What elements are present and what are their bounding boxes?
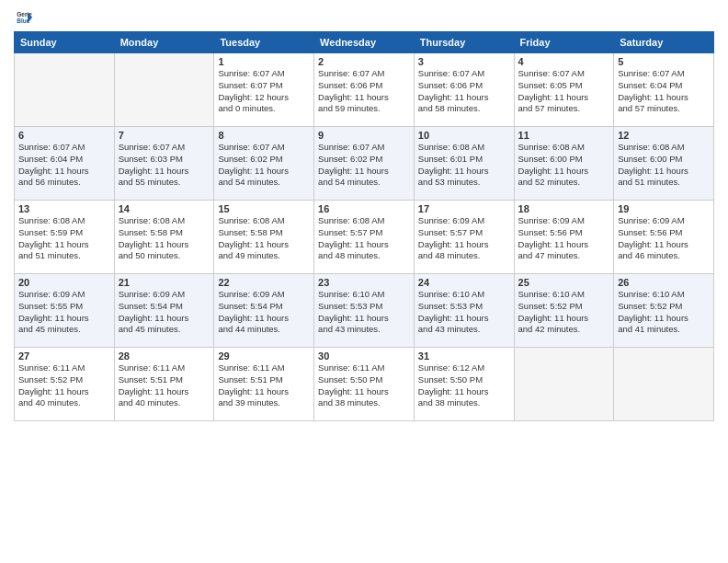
day-info: Sunrise: 6:09 AMSunset: 5:55 PMDaylight:… — [18, 289, 110, 336]
day-cell: 10Sunrise: 6:08 AMSunset: 6:01 PMDayligh… — [414, 127, 514, 201]
day-number: 24 — [418, 277, 510, 288]
day-cell: 20Sunrise: 6:09 AMSunset: 5:55 PMDayligh… — [15, 274, 115, 348]
day-number: 22 — [218, 277, 310, 288]
day-number: 30 — [318, 350, 410, 362]
day-cell: 5Sunrise: 6:07 AMSunset: 6:04 PMDaylight… — [614, 53, 714, 127]
week-row-4: 20Sunrise: 6:09 AMSunset: 5:55 PMDayligh… — [15, 274, 714, 348]
day-info: Sunrise: 6:08 AMSunset: 6:01 PMDaylight:… — [418, 142, 510, 189]
day-number: 2 — [318, 56, 410, 67]
day-number: 6 — [18, 130, 110, 141]
day-info: Sunrise: 6:12 AMSunset: 5:50 PMDaylight:… — [418, 362, 510, 409]
day-info: Sunrise: 6:08 AMSunset: 6:00 PMDaylight:… — [618, 142, 710, 189]
col-header-sunday: Sunday — [15, 32, 115, 53]
day-info: Sunrise: 6:07 AMSunset: 6:06 PMDaylight:… — [318, 68, 410, 115]
day-number: 21 — [119, 277, 210, 288]
day-info: Sunrise: 6:11 AMSunset: 5:51 PMDaylight:… — [119, 362, 210, 409]
day-cell: 12Sunrise: 6:08 AMSunset: 6:00 PMDayligh… — [614, 127, 714, 201]
day-info: Sunrise: 6:11 AMSunset: 5:51 PMDaylight:… — [218, 362, 310, 409]
header-row: SundayMondayTuesdayWednesdayThursdayFrid… — [15, 32, 714, 53]
col-header-saturday: Saturday — [614, 32, 714, 53]
day-cell: 27Sunrise: 6:11 AMSunset: 5:52 PMDayligh… — [15, 348, 115, 421]
day-cell: 9Sunrise: 6:07 AMSunset: 6:02 PMDaylight… — [314, 127, 415, 201]
col-header-friday: Friday — [514, 32, 614, 53]
day-info: Sunrise: 6:08 AMSunset: 6:00 PMDaylight:… — [518, 142, 610, 189]
day-info: Sunrise: 6:09 AMSunset: 5:57 PMDaylight:… — [418, 215, 510, 262]
day-number: 29 — [218, 350, 310, 362]
day-info: Sunrise: 6:07 AMSunset: 6:05 PMDaylight:… — [518, 68, 610, 115]
day-cell: 25Sunrise: 6:10 AMSunset: 5:52 PMDayligh… — [514, 274, 614, 348]
day-cell: 23Sunrise: 6:10 AMSunset: 5:53 PMDayligh… — [314, 274, 415, 348]
day-number: 19 — [618, 203, 710, 214]
day-number: 20 — [18, 277, 110, 288]
day-number: 15 — [218, 203, 310, 214]
day-cell: 1Sunrise: 6:07 AMSunset: 6:07 PMDaylight… — [214, 53, 314, 127]
day-cell: 28Sunrise: 6:11 AMSunset: 5:51 PMDayligh… — [114, 348, 214, 421]
day-cell: 22Sunrise: 6:09 AMSunset: 5:54 PMDayligh… — [214, 274, 314, 348]
day-info: Sunrise: 6:09 AMSunset: 5:56 PMDaylight:… — [618, 215, 710, 262]
day-number: 16 — [318, 203, 410, 214]
day-info: Sunrise: 6:08 AMSunset: 5:59 PMDaylight:… — [18, 215, 110, 262]
day-number: 8 — [218, 130, 310, 141]
week-row-3: 13Sunrise: 6:08 AMSunset: 5:59 PMDayligh… — [15, 201, 714, 274]
day-cell: 4Sunrise: 6:07 AMSunset: 6:05 PMDaylight… — [514, 53, 614, 127]
day-info: Sunrise: 6:10 AMSunset: 5:52 PMDaylight:… — [618, 289, 710, 336]
day-cell: 19Sunrise: 6:09 AMSunset: 5:56 PMDayligh… — [614, 201, 714, 274]
day-info: Sunrise: 6:07 AMSunset: 6:04 PMDaylight:… — [618, 68, 710, 115]
day-info: Sunrise: 6:10 AMSunset: 5:52 PMDaylight:… — [518, 289, 610, 336]
day-cell — [114, 53, 214, 127]
day-number: 13 — [18, 203, 110, 214]
logo-icon: General Blue — [16, 9, 32, 26]
day-number: 25 — [518, 277, 610, 288]
day-info: Sunrise: 6:07 AMSunset: 6:06 PMDaylight:… — [418, 68, 510, 115]
day-cell: 24Sunrise: 6:10 AMSunset: 5:53 PMDayligh… — [414, 274, 514, 348]
day-cell: 31Sunrise: 6:12 AMSunset: 5:50 PMDayligh… — [414, 348, 514, 421]
col-header-monday: Monday — [114, 32, 214, 53]
day-number: 26 — [618, 277, 710, 288]
day-cell: 2Sunrise: 6:07 AMSunset: 6:06 PMDaylight… — [314, 53, 415, 127]
week-row-1: 1Sunrise: 6:07 AMSunset: 6:07 PMDaylight… — [15, 53, 714, 127]
day-number: 1 — [218, 56, 310, 67]
day-cell — [614, 348, 714, 421]
day-cell: 14Sunrise: 6:08 AMSunset: 5:58 PMDayligh… — [114, 201, 214, 274]
day-cell — [15, 53, 115, 127]
day-info: Sunrise: 6:08 AMSunset: 5:57 PMDaylight:… — [318, 215, 410, 262]
day-cell: 26Sunrise: 6:10 AMSunset: 5:52 PMDayligh… — [614, 274, 714, 348]
day-cell: 29Sunrise: 6:11 AMSunset: 5:51 PMDayligh… — [214, 348, 314, 421]
day-cell: 11Sunrise: 6:08 AMSunset: 6:00 PMDayligh… — [514, 127, 614, 201]
day-cell: 15Sunrise: 6:08 AMSunset: 5:58 PMDayligh… — [214, 201, 314, 274]
day-number: 28 — [119, 350, 210, 362]
day-info: Sunrise: 6:07 AMSunset: 6:07 PMDaylight:… — [218, 68, 310, 115]
day-number: 27 — [18, 350, 110, 362]
week-row-5: 27Sunrise: 6:11 AMSunset: 5:52 PMDayligh… — [15, 348, 714, 421]
day-info: Sunrise: 6:11 AMSunset: 5:52 PMDaylight:… — [18, 362, 110, 409]
day-info: Sunrise: 6:09 AMSunset: 5:56 PMDaylight:… — [518, 215, 610, 262]
day-number: 5 — [618, 56, 710, 67]
col-header-thursday: Thursday — [414, 32, 514, 53]
day-info: Sunrise: 6:07 AMSunset: 6:02 PMDaylight:… — [218, 142, 310, 189]
day-cell: 3Sunrise: 6:07 AMSunset: 6:06 PMDaylight… — [414, 53, 514, 127]
day-number: 10 — [418, 130, 510, 141]
day-info: Sunrise: 6:09 AMSunset: 5:54 PMDaylight:… — [119, 289, 210, 336]
day-info: Sunrise: 6:08 AMSunset: 5:58 PMDaylight:… — [119, 215, 210, 262]
day-number: 12 — [618, 130, 710, 141]
day-number: 9 — [318, 130, 410, 141]
day-number: 11 — [518, 130, 610, 141]
day-number: 3 — [418, 56, 510, 67]
day-number: 31 — [418, 350, 510, 362]
day-cell: 18Sunrise: 6:09 AMSunset: 5:56 PMDayligh… — [514, 201, 614, 274]
day-number: 7 — [119, 130, 210, 141]
day-info: Sunrise: 6:07 AMSunset: 6:03 PMDaylight:… — [119, 142, 210, 189]
day-info: Sunrise: 6:07 AMSunset: 6:04 PMDaylight:… — [18, 142, 110, 189]
header: General Blue — [14, 9, 714, 26]
day-cell: 8Sunrise: 6:07 AMSunset: 6:02 PMDaylight… — [214, 127, 314, 201]
day-number: 18 — [518, 203, 610, 214]
day-number: 23 — [318, 277, 410, 288]
col-header-wednesday: Wednesday — [314, 32, 415, 53]
day-info: Sunrise: 6:08 AMSunset: 5:58 PMDaylight:… — [218, 215, 310, 262]
day-cell — [514, 348, 614, 421]
day-info: Sunrise: 6:09 AMSunset: 5:54 PMDaylight:… — [218, 289, 310, 336]
day-cell: 17Sunrise: 6:09 AMSunset: 5:57 PMDayligh… — [414, 201, 514, 274]
logo: General Blue — [14, 9, 32, 26]
day-info: Sunrise: 6:11 AMSunset: 5:50 PMDaylight:… — [318, 362, 410, 409]
day-cell: 21Sunrise: 6:09 AMSunset: 5:54 PMDayligh… — [114, 274, 214, 348]
